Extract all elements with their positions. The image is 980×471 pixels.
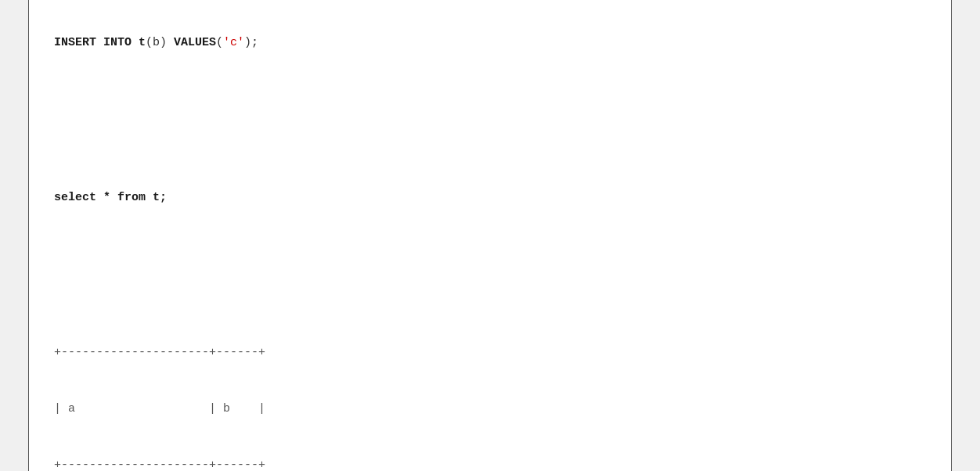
select-line: select * from t; [54,189,926,207]
insert-line-3: INSERT INTO t(b) VALUES('c'); [54,34,926,52]
select-keyword: select * from t; [54,191,167,204]
code-block: CREATE TABLE t (a bigint PRIMARY KEY AUT… [54,0,926,471]
code-container: CREATE TABLE t (a bigint PRIMARY KEY AUT… [28,0,952,471]
insert-col-3: (b) [146,36,174,49]
table-border-top: +---------------------+------+ [54,343,926,362]
table-output: +---------------------+------+ | a | b |… [54,306,926,471]
select-section: select * from t; [54,151,926,245]
values-kw-3: VALUES [174,36,216,49]
table-border-mid: +---------------------+------+ [54,456,926,471]
table-header: | a | b | [54,400,926,419]
insert-section: INSERT INTO t(b) VALUES('a'); INSERT INT… [54,0,926,90]
insert-close-3: ); [244,36,258,49]
string-c: 'c' [223,36,244,49]
insert-open-3: ( [216,36,223,49]
insert-kw-3: INSERT INTO t [54,36,146,49]
